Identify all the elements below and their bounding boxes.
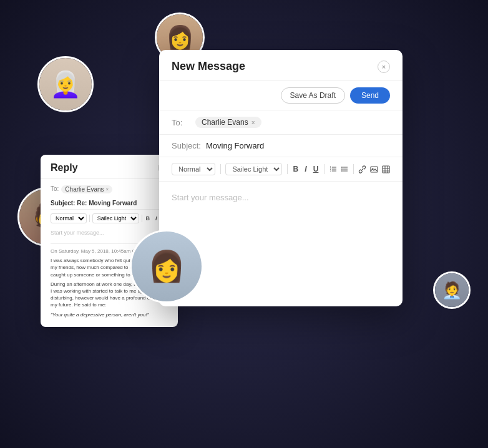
compose-underline-button[interactable]: U — [313, 162, 319, 176]
compose-recipient-chip[interactable]: Charlie Evans × — [195, 117, 261, 128]
compose-subject-value[interactable]: Moving Forward — [206, 141, 264, 150]
reply-recipient-name: Charlie Evans — [65, 186, 104, 193]
reply-font-select[interactable]: Sailec Light — [92, 213, 139, 223]
reply-subject-label: Subject: — [51, 200, 77, 207]
reply-recipient-chip[interactable]: Charlie Evans × — [61, 185, 112, 193]
reply-bold-button[interactable]: B — [145, 214, 152, 223]
svg-point-11 — [341, 170, 343, 172]
svg-text:3: 3 — [330, 170, 331, 172]
reply-to-label: To: — [51, 185, 59, 192]
compose-table-button[interactable] — [382, 162, 390, 176]
compose-list-ordered-button[interactable]: 123 — [329, 162, 337, 176]
svg-point-9 — [341, 167, 343, 168]
toolbar-divider-1 — [89, 215, 90, 222]
compose-recipient-name: Charlie Evans — [202, 118, 248, 127]
compose-font-select[interactable]: Sailec Light — [225, 163, 282, 175]
reply-to-field: To: Charlie Evans × — [51, 185, 168, 193]
compose-placeholder: Start your message... — [172, 193, 249, 202]
compose-close-button[interactable]: × — [378, 61, 390, 73]
avatar-4: 🧑‍💼 — [433, 271, 471, 309]
compose-list-unordered-button[interactable] — [341, 162, 348, 176]
compose-subject-field: Subject: Moving Forward — [159, 135, 403, 157]
compose-toolbar: Normal Sailec Light B I U 123 — [159, 157, 403, 182]
compose-recipient-remove[interactable]: × — [251, 119, 255, 126]
compose-to-field: To: Charlie Evans × — [159, 110, 403, 135]
reply-card-header: Reply × — [41, 155, 178, 179]
compose-bold-button[interactable]: B — [293, 162, 299, 176]
compose-recipients: Charlie Evans × — [195, 117, 261, 128]
compose-to-label: To: — [172, 118, 190, 127]
svg-point-10 — [341, 168, 343, 170]
compose-format-select[interactable]: Normal — [172, 163, 215, 175]
reply-subject-value: Re: Moving Forward — [77, 200, 137, 207]
compose-subject-label: Subject: — [172, 141, 201, 150]
compose-actions: Save As Draft Send — [159, 81, 403, 110]
reply-title: Reply — [51, 162, 78, 173]
svg-rect-14 — [383, 166, 389, 173]
reply-subject-field: Subject: Re: Moving Forward — [51, 197, 168, 210]
compose-header: New Message × — [159, 50, 403, 81]
reply-italic-button[interactable]: I — [153, 214, 160, 223]
reply-email-quote: "Your quite a depressive person, aren't … — [51, 311, 168, 318]
compose-link-button[interactable] — [358, 162, 366, 176]
avatar-5: 👩 — [130, 230, 203, 303]
compose-title: New Message — [172, 60, 245, 73]
send-button[interactable]: Send — [350, 87, 390, 104]
reply-format-select[interactable]: Normal — [51, 213, 87, 223]
compose-italic-button[interactable]: I — [303, 162, 309, 176]
avatar-2: 👩‍🦳 — [37, 56, 94, 112]
reply-recipient-remove[interactable]: × — [106, 187, 109, 192]
close-icon: × — [382, 63, 386, 71]
save-draft-button[interactable]: Save As Draft — [281, 87, 345, 104]
reply-toolbar: Normal Sailec Light B I U — [51, 213, 168, 223]
toolbar-divider-2 — [142, 215, 142, 222]
svg-rect-12 — [371, 167, 378, 172]
compose-image-button[interactable] — [370, 162, 378, 176]
